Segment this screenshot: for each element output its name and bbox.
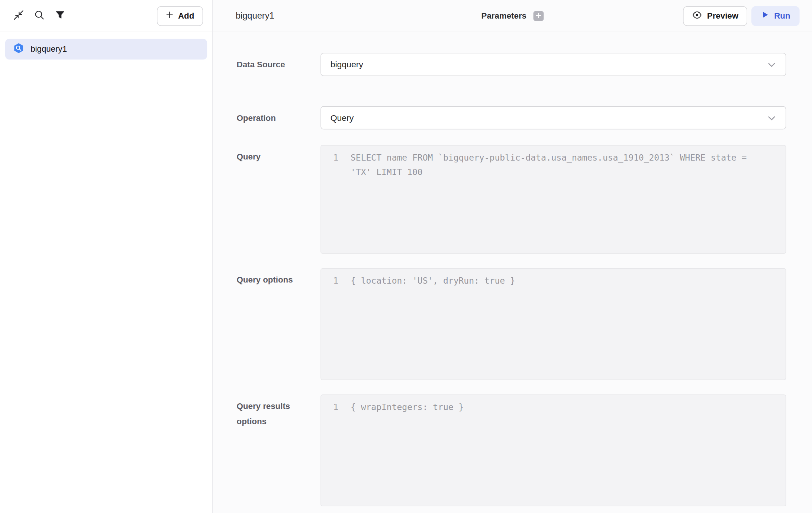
collapse-icon (13, 9, 25, 22)
add-parameter-button[interactable] (533, 11, 544, 21)
query-editor-panel: bigquery1 Parameters (213, 0, 812, 513)
run-button[interactable]: Run (751, 6, 800, 26)
parameters-label: Parameters (481, 11, 526, 20)
filter-icon (55, 10, 65, 22)
query-row: Query 1 SELECT name FROM `bigquery-publi… (237, 145, 786, 254)
operation-value: Query (331, 113, 354, 123)
header-actions: Preview Run (683, 6, 800, 26)
query-label: Query (237, 145, 321, 254)
query-form: Data Source bigquery Operation Query (213, 32, 812, 506)
run-button-label: Run (774, 11, 790, 20)
query-results-options-editor[interactable]: 1 { wrapIntegers: true } (320, 394, 786, 506)
line-number: 1 (321, 400, 351, 415)
query-editor-header: bigquery1 Parameters (213, 0, 812, 32)
query-results-options-placeholder-text: { wrapIntegers: true } (351, 400, 786, 415)
collapse-panel-button[interactable] (10, 7, 27, 24)
query-options-row: Query options 1 { location: 'US', dryRun… (237, 268, 786, 380)
search-button[interactable] (31, 7, 48, 24)
filter-button[interactable] (52, 7, 68, 24)
parameters-section: Parameters (481, 11, 544, 21)
chevron-down-icon (766, 112, 777, 124)
query-options-placeholder-text: { location: 'US', dryRun: true } (351, 274, 786, 288)
sidebar-toolbar: Add (0, 0, 212, 32)
plus-icon (166, 11, 174, 20)
chevron-down-icon (766, 59, 777, 70)
eye-icon (692, 10, 702, 22)
search-icon (34, 9, 45, 22)
preview-button-label: Preview (707, 11, 738, 20)
query-results-options-row: Query results options 1 { wrapIntegers: … (237, 394, 786, 506)
query-options-editor[interactable]: 1 { location: 'US', dryRun: true } (320, 268, 786, 380)
add-query-button[interactable]: Add (157, 6, 203, 26)
play-icon (761, 10, 770, 21)
query-title: bigquery1 (236, 11, 274, 21)
query-code-editor[interactable]: 1 SELECT name FROM `bigquery-public-data… (320, 145, 786, 254)
query-list-item-bigquery1[interactable]: bigquery1 (5, 39, 207, 59)
query-item-label: bigquery1 (30, 45, 67, 54)
query-options-label: Query options (237, 268, 321, 380)
add-button-label: Add (178, 11, 194, 20)
data-source-value: bigquery (331, 59, 363, 69)
operation-label: Operation (237, 110, 321, 125)
line-number: 1 (321, 151, 351, 165)
data-source-select[interactable]: bigquery (320, 53, 786, 76)
query-results-options-label: Query results options (237, 394, 321, 506)
operation-select[interactable]: Query (320, 106, 786, 130)
operation-row: Operation Query (237, 106, 786, 130)
plus-icon (535, 11, 542, 20)
preview-button[interactable]: Preview (683, 6, 747, 26)
bigquery-icon (13, 42, 25, 56)
query-list: bigquery1 (0, 32, 212, 66)
line-number: 1 (321, 274, 351, 288)
app-window: Add bigquery1 bigquery1 Parameters (0, 0, 812, 513)
query-placeholder-text: SELECT name FROM `bigquery-public-data.u… (351, 151, 786, 180)
data-source-label: Data Source (237, 57, 321, 72)
query-sidebar: Add bigquery1 (0, 0, 213, 513)
data-source-row: Data Source bigquery (237, 53, 786, 76)
